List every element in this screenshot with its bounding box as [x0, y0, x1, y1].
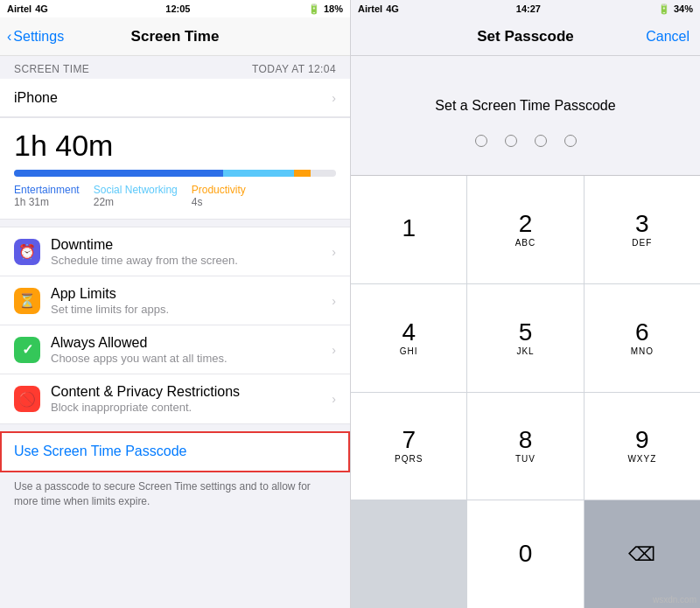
passcode-description: Use a passcode to secure Screen Time set…	[0, 472, 350, 516]
numpad: 1 2 ABC 3 DEF 4 GHI 5 JKL 6 MNO 7 PQRS 8	[351, 175, 700, 608]
network-left: 4G	[35, 3, 48, 14]
right-panel: Airtel 4G 14:27 🔋 34% Set Passcode Cance…	[351, 0, 700, 608]
right-status-bar-right: 🔋 34%	[658, 3, 693, 15]
key-3[interactable]: 3 DEF	[584, 176, 700, 283]
right-nav-bar: Set Passcode Cancel	[351, 17, 700, 56]
key-2-letters: ABC	[515, 238, 536, 248]
passcode-dot-1	[475, 135, 487, 147]
left-status-bar-right: 🔋 18%	[308, 3, 343, 15]
passcode-prompt-title: Set a Screen Time Passcode	[435, 98, 615, 114]
downtime-icon: ⏰	[14, 239, 40, 265]
always-allowed-item[interactable]: ✓ Always Allowed Choose apps you want at…	[0, 325, 350, 374]
progress-entertainment	[14, 170, 223, 177]
right-status-bar: Airtel 4G 14:27 🔋 34%	[351, 0, 700, 17]
usage-section: 1h 40m Entertainment 1h 31m Social Netwo…	[0, 117, 350, 220]
key-0-number: 0	[519, 542, 533, 566]
key-8-number: 8	[519, 428, 533, 452]
right-status-bar-left: Airtel 4G	[358, 3, 399, 14]
passcode-dot-3	[535, 135, 547, 147]
left-nav-bar: ‹ Settings Screen Time	[0, 17, 350, 56]
iphone-label: iPhone	[14, 90, 332, 106]
key-3-letters: DEF	[632, 238, 652, 248]
always-allowed-subtitle: Choose apps you want at all times.	[51, 352, 332, 365]
passcode-dot-4	[564, 135, 577, 147]
legend-social: Social Networking 22m	[94, 184, 178, 208]
content-privacy-chevron-icon: ›	[332, 392, 336, 406]
always-allowed-text: Always Allowed Choose apps you want at a…	[51, 335, 332, 365]
key-1-number: 1	[402, 216, 416, 241]
downtime-icon-glyph: ⏰	[18, 243, 36, 260]
back-label: Settings	[13, 29, 64, 45]
key-0[interactable]: 0	[467, 500, 583, 608]
passcode-link[interactable]: Use Screen Time Passcode	[14, 444, 186, 458]
key-8-letters: TUV	[515, 454, 536, 464]
section-header-label: SCREEN TIME	[14, 63, 89, 75]
usage-progress-bar	[14, 170, 336, 177]
content-privacy-icon: 🚫	[14, 386, 40, 412]
key-9-number: 9	[635, 428, 649, 452]
progress-productivity	[294, 170, 310, 177]
always-allowed-chevron-icon: ›	[332, 343, 336, 357]
passcode-dots	[475, 135, 577, 147]
progress-social	[223, 170, 294, 177]
key-7[interactable]: 7 PQRS	[351, 393, 466, 500]
backspace-icon: ⌫	[628, 545, 655, 564]
carrier-right: Airtel	[358, 3, 382, 14]
left-status-bar: Airtel 4G 12:05 🔋 18%	[0, 0, 350, 17]
downtime-text: Downtime Schedule time away from the scr…	[51, 237, 332, 267]
battery-left: 18%	[324, 3, 343, 14]
content-privacy-subtitle: Block inappropriate content.	[51, 401, 332, 414]
key-8[interactable]: 8 TUV	[467, 393, 583, 500]
always-allowed-icon-glyph: ✓	[22, 341, 33, 358]
section-header-timestamp: Today at 12:04	[252, 63, 336, 75]
key-3-number: 3	[635, 212, 649, 236]
legend-social-value: 22m	[94, 196, 178, 208]
settings-group: ⏰ Downtime Schedule time away from the s…	[0, 227, 350, 424]
legend-productivity-label: Productivity	[192, 184, 246, 196]
legend-social-label: Social Networking	[94, 184, 178, 196]
passcode-section[interactable]: Use Screen Time Passcode	[0, 431, 350, 472]
key-delete[interactable]: ⌫	[584, 500, 700, 608]
time-left: 12:05	[165, 3, 190, 14]
key-2[interactable]: 2 ABC	[467, 176, 583, 283]
app-limits-subtitle: Set time limits for apps.	[51, 303, 332, 316]
key-1[interactable]: 1	[351, 176, 466, 283]
key-4-letters: GHI	[400, 346, 418, 356]
content-privacy-icon-glyph: 🚫	[18, 391, 36, 408]
key-5-letters: JKL	[516, 346, 534, 356]
downtime-title: Downtime	[51, 237, 332, 253]
key-4[interactable]: 4 GHI	[351, 284, 466, 392]
passcode-dot-2	[505, 135, 517, 147]
cancel-button[interactable]: Cancel	[646, 29, 690, 45]
section-header: SCREEN TIME Today at 12:04	[0, 56, 350, 79]
key-9[interactable]: 9 WXYZ	[584, 393, 700, 500]
iphone-cell[interactable]: iPhone ›	[0, 79, 350, 117]
app-limits-chevron-icon: ›	[332, 294, 336, 308]
app-limits-item[interactable]: ⏳ App Limits Set time limits for apps. ›	[0, 276, 350, 325]
key-6[interactable]: 6 MNO	[584, 284, 700, 392]
legend-entertainment: Entertainment 1h 31m	[14, 184, 80, 208]
watermark: wsxdn.com	[653, 595, 696, 605]
always-allowed-icon: ✓	[14, 337, 40, 363]
back-button[interactable]: ‹ Settings	[7, 29, 64, 45]
key-5-number: 5	[519, 320, 533, 345]
app-limits-icon: ⏳	[14, 288, 40, 314]
key-7-number: 7	[402, 428, 416, 452]
key-9-letters: WXYZ	[627, 454, 656, 464]
downtime-subtitle: Schedule time away from the screen.	[51, 254, 332, 267]
back-chevron-icon: ‹	[7, 29, 11, 45]
content-privacy-text: Content & Privacy Restrictions Block ina…	[51, 384, 332, 414]
usage-legend: Entertainment 1h 31m Social Networking 2…	[14, 184, 336, 208]
key-5[interactable]: 5 JKL	[467, 284, 583, 392]
downtime-chevron-icon: ›	[332, 245, 336, 259]
battery-icon-left: 🔋	[308, 3, 320, 15]
legend-entertainment-value: 1h 31m	[14, 196, 80, 208]
app-limits-title: App Limits	[51, 286, 332, 302]
network-right: 4G	[386, 3, 399, 14]
key-empty	[351, 500, 466, 608]
carrier-left: Airtel	[7, 3, 32, 14]
time-right: 14:27	[516, 3, 541, 14]
content-privacy-item[interactable]: 🚫 Content & Privacy Restrictions Block i…	[0, 374, 350, 423]
key-7-letters: PQRS	[395, 454, 423, 464]
downtime-item[interactable]: ⏰ Downtime Schedule time away from the s…	[0, 227, 350, 276]
